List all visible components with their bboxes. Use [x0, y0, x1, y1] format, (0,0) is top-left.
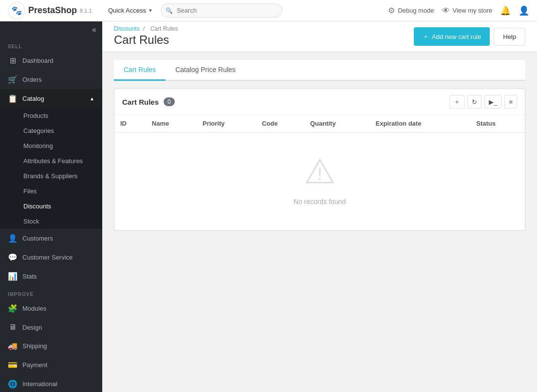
sidebar-item-attributes-features[interactable]: Attributes & Features — [0, 153, 102, 168]
sidebar-item-customer-service[interactable]: 💬 Customer Service — [0, 248, 102, 267]
logo[interactable]: 🐾 PrestaShop 8.1.1 — [8, 2, 100, 19]
sidebar-item-label: Customer Service — [22, 254, 73, 261]
orders-icon: 🛒 — [8, 75, 18, 84]
card-sql-button[interactable]: ▶_ — [484, 95, 501, 109]
topbar-right: ⚙ Debug mode 👁 View my store 🔔 👤 — [388, 5, 529, 16]
debug-mode-button[interactable]: ⚙ Debug mode — [388, 6, 434, 15]
breadcrumb-current: Cart Rules — [150, 25, 178, 32]
view-my-store-button[interactable]: 👁 View my store — [442, 6, 492, 15]
sidebar-item-files[interactable]: Files — [0, 184, 102, 199]
sidebar: « SELL ⊞ Dashboard 🛒 Orders 📋 Catalog ▲ … — [0, 21, 102, 392]
catalog-submenu: Products Categories Monitoring Attribute… — [0, 108, 102, 229]
topbar: 🐾 PrestaShop 8.1.1 Quick Access ▼ 🔍 ⚙ De… — [0, 0, 537, 21]
sidebar-item-international[interactable]: 🌐 International — [0, 374, 102, 392]
empty-state: No records found — [120, 138, 519, 225]
empty-state-row: No records found — [114, 132, 525, 230]
sidebar-item-monitoring[interactable]: Monitoring — [0, 138, 102, 153]
add-button-label: Add new cart rule — [432, 33, 481, 40]
shipping-icon: 🚚 — [8, 341, 18, 351]
search-bar: 🔍 — [161, 3, 282, 18]
card-add-button[interactable]: ＋ — [449, 95, 464, 109]
logo-text: PrestaShop — [28, 5, 77, 16]
logo-version: 8.1.1 — [80, 8, 92, 14]
card-header: Cart Rules 0 ＋ ↻ ▶_ ≡ — [114, 89, 525, 115]
sidebar-item-stock[interactable]: Stock — [0, 214, 102, 229]
modules-icon: 🧩 — [8, 304, 18, 313]
sidebar-item-products[interactable]: Products — [0, 108, 102, 123]
svg-point-2 — [319, 178, 321, 180]
content-area: Cart Rules Catalog Price Rules Cart Rule… — [102, 52, 537, 239]
sidebar-item-dashboard[interactable]: ⊞ Dashboard — [0, 51, 102, 70]
table-wrapper: ID Name Priority Code Quantity Expiratio… — [114, 115, 525, 230]
card-actions: ＋ ↻ ▶_ ≡ — [449, 95, 517, 109]
sidebar-item-brands-suppliers[interactable]: Brands & Suppliers — [0, 168, 102, 184]
stats-icon: 📊 — [8, 272, 18, 281]
table-body: No records found — [114, 132, 525, 230]
payment-icon: 💳 — [8, 360, 18, 370]
card-export-button[interactable]: ≡ — [504, 95, 517, 109]
help-button[interactable]: Help — [494, 28, 525, 46]
quick-access-label: Quick Access — [108, 7, 146, 14]
col-name: Name — [146, 115, 197, 132]
sidebar-item-discounts[interactable]: Discounts — [0, 199, 102, 214]
sidebar-item-shipping[interactable]: 🚚 Shipping — [0, 336, 102, 355]
sidebar-item-label: Payment — [22, 361, 47, 369]
col-expiration-date: Expiration date — [370, 115, 470, 132]
col-status: Status — [470, 115, 525, 132]
search-input[interactable] — [161, 3, 282, 18]
sidebar-item-label: Modules — [22, 305, 46, 312]
header-title-area: Discounts / Cart Rules Cart Rules — [114, 21, 180, 52]
sidebar-item-label: Catalog — [22, 95, 44, 102]
customers-icon: 👤 — [8, 234, 18, 243]
sidebar-item-payment[interactable]: 💳 Payment — [0, 355, 102, 374]
tab-cart-rules[interactable]: Cart Rules — [114, 60, 166, 81]
sidebar-item-label: Orders — [22, 76, 42, 83]
sidebar-item-label: Dashboard — [22, 57, 54, 64]
table-header-row: ID Name Priority Code Quantity Expiratio… — [114, 115, 525, 132]
sidebar-item-stats[interactable]: 📊 Stats — [0, 267, 102, 286]
sidebar-section-sell: SELL — [0, 38, 102, 51]
sidebar-item-design[interactable]: 🖥 Design — [0, 318, 102, 336]
search-icon: 🔍 — [166, 7, 173, 14]
breadcrumb: Discounts / Cart Rules — [114, 21, 180, 33]
warning-icon — [305, 157, 334, 192]
eye-icon: 👁 — [442, 6, 450, 15]
page-header: Discounts / Cart Rules Cart Rules ＋ Add … — [102, 21, 537, 52]
layout: « SELL ⊞ Dashboard 🛒 Orders 📋 Catalog ▲ … — [0, 21, 537, 392]
sidebar-item-modules[interactable]: 🧩 Modules — [0, 299, 102, 318]
sidebar-section-improve: IMPROVE — [0, 286, 102, 299]
dashboard-icon: ⊞ — [8, 56, 18, 65]
tabs-bar: Cart Rules Catalog Price Rules — [114, 60, 525, 81]
notifications-icon[interactable]: 🔔 — [500, 5, 511, 16]
breadcrumb-separator: / — [143, 25, 145, 32]
sidebar-item-label: Shipping — [22, 342, 47, 350]
col-id: ID — [114, 115, 146, 132]
col-priority: Priority — [197, 115, 256, 132]
gear-icon: ⚙ — [388, 6, 395, 15]
cart-rules-card: Cart Rules 0 ＋ ↻ ▶_ ≡ ID — [114, 89, 525, 231]
logo-icon: 🐾 — [8, 2, 25, 19]
sidebar-item-categories[interactable]: Categories — [0, 123, 102, 138]
sidebar-collapse-button[interactable]: « — [92, 25, 96, 34]
chevron-down-icon: ▼ — [148, 8, 153, 13]
sidebar-item-customers[interactable]: 👤 Customers — [0, 229, 102, 248]
sidebar-item-orders[interactable]: 🛒 Orders — [0, 70, 102, 89]
card-refresh-button[interactable]: ↻ — [467, 95, 481, 109]
tab-catalog-price-rules[interactable]: Catalog Price Rules — [166, 60, 245, 81]
quick-access-menu[interactable]: Quick Access ▼ — [108, 7, 153, 14]
col-quantity: Quantity — [304, 115, 370, 132]
sidebar-item-label: Stats — [22, 273, 37, 280]
breadcrumb-discounts-link[interactable]: Discounts — [114, 25, 140, 32]
international-icon: 🌐 — [8, 379, 18, 389]
empty-state-message: No records found — [294, 198, 346, 205]
add-cart-rule-button[interactable]: ＋ Add new cart rule — [414, 27, 490, 46]
sidebar-item-label: Design — [22, 324, 42, 331]
plus-icon: ＋ — [423, 32, 429, 41]
user-avatar-icon[interactable]: 👤 — [518, 5, 529, 16]
table-header: ID Name Priority Code Quantity Expiratio… — [114, 115, 525, 132]
sidebar-item-catalog[interactable]: 📋 Catalog ▲ — [0, 89, 102, 108]
customer-service-icon: 💬 — [8, 253, 18, 262]
page-title: Cart Rules — [114, 33, 180, 52]
sidebar-item-label: Customers — [22, 235, 53, 242]
card-title-area: Cart Rules 0 — [122, 97, 175, 106]
